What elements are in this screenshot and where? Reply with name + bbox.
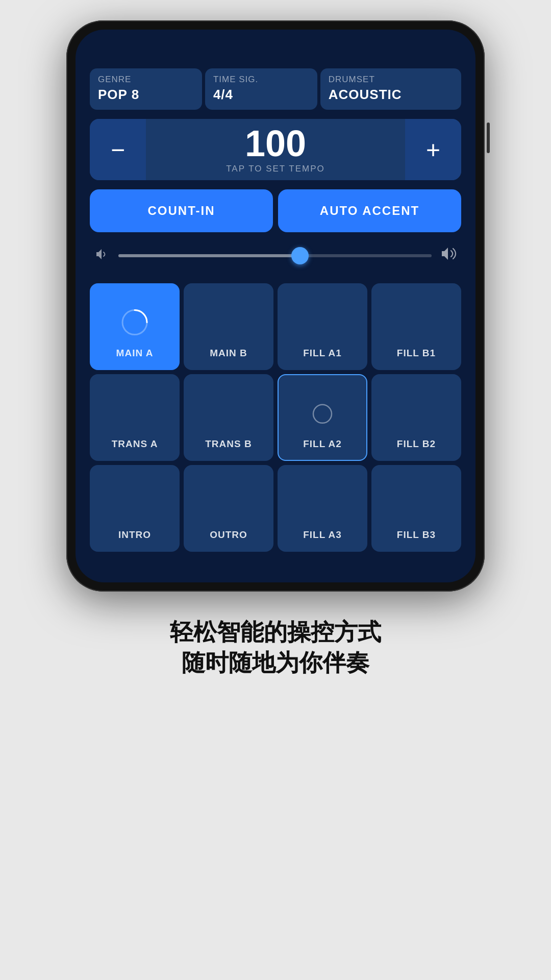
- genre-value: POP 8: [98, 87, 194, 103]
- pad-label-fill-b3: FILL B3: [397, 529, 436, 541]
- pad-fill-b3[interactable]: FILL B3: [371, 465, 461, 552]
- tempo-value: 100: [245, 125, 306, 162]
- pad-label-intro: INTRO: [118, 529, 151, 541]
- tempo-tap-area[interactable]: 100 TAP TO SET TEMPO: [146, 125, 405, 174]
- side-button: [487, 122, 490, 153]
- drumset-value: ACOUSTIC: [329, 87, 453, 103]
- phone-screen: GENRE POP 8 TIME SIG. 4/4 DRUMSET ACOUST…: [76, 30, 475, 582]
- page: GENRE POP 8 TIME SIG. 4/4 DRUMSET ACOUST…: [0, 0, 551, 980]
- pad-label-main-b: MAIN B: [210, 348, 247, 359]
- pad-trans-b[interactable]: TRANS B: [184, 374, 273, 461]
- phone-frame: GENRE POP 8 TIME SIG. 4/4 DRUMSET ACOUST…: [66, 20, 485, 592]
- volume-slider-track[interactable]: [118, 254, 432, 257]
- pad-label-fill-a3: FILL A3: [303, 529, 342, 541]
- svg-point-1: [313, 405, 332, 423]
- pad-label-fill-b1: FILL B1: [397, 348, 436, 359]
- count-in-button[interactable]: COUNT-IN: [90, 189, 273, 232]
- tempo-decrease-button[interactable]: −: [90, 119, 146, 180]
- genre-card[interactable]: GENRE POP 8: [90, 68, 202, 110]
- pad-fill-b1[interactable]: FILL B1: [371, 283, 461, 370]
- volume-slider-fill: [118, 254, 300, 257]
- pad-main-b[interactable]: MAIN B: [184, 283, 273, 370]
- action-row: COUNT-IN AUTO ACCENT: [90, 189, 461, 232]
- bottom-text: 轻松智能的操控方式 随时随地为你伴奏: [139, 617, 412, 678]
- pad-trans-a[interactable]: TRANS A: [90, 374, 180, 461]
- pad-fill-a3[interactable]: FILL A3: [278, 465, 367, 552]
- time-sig-card[interactable]: TIME SIG. 4/4: [205, 68, 317, 110]
- pad-label-main-a: MAIN A: [116, 348, 154, 359]
- top-settings-row: GENRE POP 8 TIME SIG. 4/4 DRUMSET ACOUST…: [90, 68, 461, 110]
- volume-row: [90, 244, 461, 267]
- pad-label-fill-a2: FILL A2: [303, 438, 342, 450]
- pad-spin-icon: [119, 307, 150, 340]
- drumset-label: DRUMSET: [329, 75, 453, 85]
- pad-fill-a1[interactable]: FILL A1: [278, 283, 367, 370]
- time-sig-label: TIME SIG.: [213, 75, 309, 85]
- tempo-row: − 100 TAP TO SET TEMPO +: [90, 119, 461, 180]
- tempo-increase-button[interactable]: +: [405, 119, 461, 180]
- pad-intro[interactable]: INTRO: [90, 465, 180, 552]
- tempo-hint: TAP TO SET TEMPO: [226, 164, 325, 174]
- pad-circle-icon: [310, 402, 335, 428]
- genre-label: GENRE: [98, 75, 194, 85]
- auto-accent-button[interactable]: AUTO ACCENT: [278, 189, 461, 232]
- volume-low-icon: [93, 247, 110, 265]
- pad-fill-a2[interactable]: FILL A2: [278, 374, 367, 461]
- pad-label-trans-b: TRANS B: [205, 438, 252, 450]
- status-bar: [90, 45, 461, 63]
- pad-label-fill-b2: FILL B2: [397, 438, 436, 450]
- pad-outro[interactable]: OUTRO: [184, 465, 273, 552]
- pad-label-trans-a: TRANS A: [112, 438, 158, 450]
- time-sig-value: 4/4: [213, 87, 309, 103]
- pads-grid: MAIN AMAIN BFILL A1FILL B1TRANS ATRANS B…: [90, 283, 461, 552]
- volume-high-icon: [440, 244, 458, 267]
- volume-slider-thumb[interactable]: [291, 247, 309, 264]
- pad-fill-b2[interactable]: FILL B2: [371, 374, 461, 461]
- pad-label-outro: OUTRO: [210, 529, 247, 541]
- bottom-line1: 轻松智能的操控方式: [170, 617, 381, 648]
- bottom-line2: 随时随地为你伴奏: [170, 648, 381, 678]
- pad-main-a[interactable]: MAIN A: [90, 283, 180, 370]
- drumset-card[interactable]: DRUMSET ACOUSTIC: [320, 68, 461, 110]
- pad-label-fill-a1: FILL A1: [303, 348, 342, 359]
- app-content: GENRE POP 8 TIME SIG. 4/4 DRUMSET ACOUST…: [90, 63, 461, 562]
